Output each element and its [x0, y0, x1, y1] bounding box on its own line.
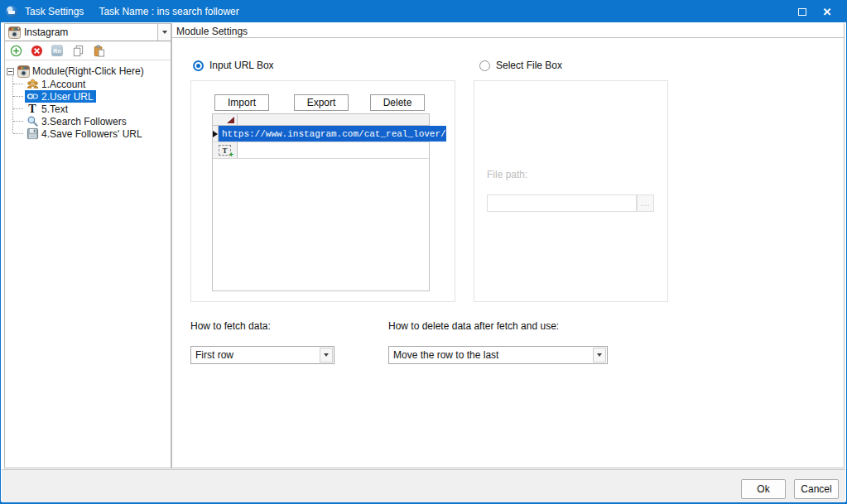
tree-item-save-followers-url[interactable]: 4.Save Followers' URL [5, 127, 171, 140]
radio-unselected-icon[interactable] [479, 60, 490, 71]
instagram-icon [17, 65, 30, 78]
paste-icon [93, 45, 105, 57]
browse-button[interactable]: ... [637, 194, 654, 212]
grid-corner-cell[interactable] [213, 114, 238, 125]
window-title: Task Settings [25, 6, 84, 17]
title-bar: Task Settings Task Name : ins search fol… [1, 1, 846, 22]
select-file-groupbox: File path: ... [474, 80, 668, 302]
chevron-down-icon [324, 353, 329, 357]
delete-icon [31, 45, 43, 57]
maximize-icon [798, 8, 806, 16]
task-name-label: Task Name : ins search follower [99, 6, 238, 17]
tree-item-label: 1.Account [41, 79, 85, 90]
maximize-button[interactable] [790, 2, 815, 21]
grid-url-cell[interactable]: https://www.instagram.com/cat_real_lover… [219, 126, 446, 142]
radio-label: Input URL Box [209, 60, 274, 71]
grid-row-header[interactable] [213, 126, 219, 142]
link-icon [26, 90, 39, 103]
current-row-marker-icon [213, 131, 218, 137]
input-url-box-radio[interactable]: Input URL Box [193, 60, 274, 71]
chevron-down-icon [162, 31, 167, 34]
file-path-label: File path: [487, 169, 527, 180]
sort-triangle-icon [227, 117, 234, 123]
input-url-groupbox: Import Export Delete https://www.instagr… [190, 80, 455, 302]
fetch-mode-value: First row [195, 349, 233, 361]
file-path-input[interactable] [487, 194, 637, 212]
sidebar: Instagram Rn [4, 23, 171, 468]
module-settings-panel: Module Settings Input URL Box Select Fil… [171, 23, 845, 468]
grid-row-selected[interactable]: https://www.instagram.com/cat_real_lover… [213, 126, 429, 142]
url-grid[interactable]: https://www.instagram.com/cat_real_lover… [212, 113, 430, 291]
tree-root-label: Module(Right-Click Here) [32, 65, 144, 77]
insert-row-icon[interactable]: T [219, 145, 231, 156]
tree-item-label: 2.User URL [41, 91, 94, 103]
module-tree: Module(Right-Click Here) 1.A [5, 60, 171, 140]
collapse-icon[interactable] [7, 68, 14, 75]
tree-item-label: 4.Save Followers' URL [41, 128, 142, 140]
copy-icon [72, 45, 84, 57]
fetch-mode-label: How to fetch data: [190, 320, 271, 332]
module-toolbar: Rn [5, 41, 171, 60]
tree-item-label: 3.Search Followers [41, 116, 127, 127]
fetch-mode-dropdown-button[interactable] [320, 348, 333, 362]
ok-button[interactable]: Ok [741, 479, 786, 499]
footer-bar: Ok Cancel [2, 469, 845, 502]
rename-module-button[interactable]: Rn [51, 44, 64, 57]
panel-title: Module Settings [172, 23, 844, 38]
cancel-button[interactable]: Cancel [794, 479, 839, 499]
tree-item-search-followers[interactable]: 3.Search Followers [5, 115, 171, 127]
tree-item-user-url[interactable]: 2.User URL [5, 90, 171, 103]
instagram-icon [7, 26, 21, 39]
delete-module-button[interactable] [30, 44, 43, 57]
tree-item-account[interactable]: 1.Account [5, 78, 171, 90]
close-button[interactable]: ✕ [815, 2, 840, 21]
delete-mode-value: Move the row to the last [393, 349, 498, 361]
grid-new-row[interactable]: T [213, 142, 429, 159]
platform-select[interactable]: Instagram [5, 24, 171, 41]
radio-label: Select File Box [496, 60, 562, 71]
tree-item-label: 5.Text [41, 103, 68, 115]
rename-icon: Rn [51, 45, 63, 56]
chevron-down-icon [597, 353, 602, 357]
delete-button[interactable]: Delete [370, 94, 425, 111]
platform-select-value: Instagram [24, 26, 68, 38]
search-icon [26, 115, 39, 127]
radio-selected-icon[interactable] [193, 60, 204, 71]
tree-root-module[interactable]: Module(Right-Click Here) [5, 65, 171, 78]
add-module-button[interactable] [9, 44, 22, 57]
save-icon [26, 127, 39, 140]
delete-mode-dropdown-button[interactable] [593, 348, 606, 362]
paste-module-button[interactable] [92, 44, 105, 57]
delete-mode-select[interactable]: Move the row to the last [388, 346, 608, 364]
platform-select-dropdown-button[interactable] [157, 24, 171, 41]
grid-row-header[interactable]: T [213, 142, 238, 158]
tree-item-text[interactable]: T 5.Text [5, 103, 171, 115]
grid-header-row [213, 114, 429, 126]
export-button[interactable]: Export [294, 94, 349, 111]
grid-empty-cell[interactable] [238, 142, 429, 158]
grid-column-header[interactable] [238, 114, 429, 125]
copy-module-button[interactable] [71, 44, 84, 57]
task-settings-window: Task Settings Task Name : ins search fol… [0, 0, 847, 504]
app-icon [6, 6, 17, 17]
import-button[interactable]: Import [214, 94, 269, 111]
users-icon [26, 78, 39, 90]
fetch-mode-select[interactable]: First row [190, 346, 334, 364]
add-icon [10, 45, 22, 57]
select-file-box-radio[interactable]: Select File Box [479, 60, 562, 71]
text-icon: T [26, 103, 39, 115]
delete-mode-label: How to delete data after fetch and use: [388, 320, 559, 332]
